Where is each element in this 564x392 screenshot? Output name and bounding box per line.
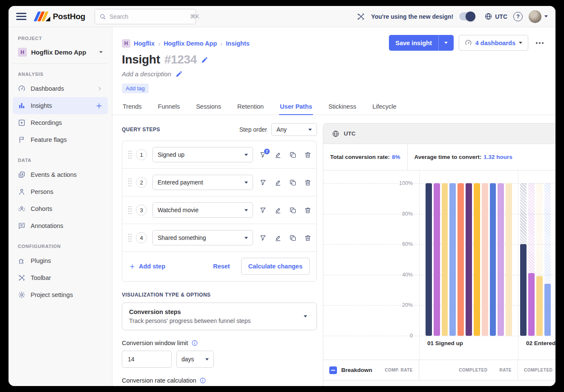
add-tag-button[interactable]: Add tag — [122, 84, 149, 93]
reset-button[interactable]: Reset — [213, 263, 230, 270]
step-order-select[interactable]: Any — [271, 123, 317, 136]
sidebar-item-persons[interactable]: Persons — [13, 183, 108, 200]
delete-step-icon[interactable] — [304, 179, 311, 186]
funnel-bar[interactable] — [498, 183, 504, 336]
breakdown-table-header: Breakdown COMP. RATE COMPLETED RATE COMP… — [323, 360, 555, 380]
delete-step-icon[interactable] — [304, 151, 311, 159]
delete-step-icon[interactable] — [304, 207, 311, 214]
new-design-toggle[interactable] — [459, 12, 475, 20]
funnel-bar[interactable] — [528, 183, 535, 336]
sidebar-item-label: Toolbar — [31, 274, 103, 281]
sidebar-item-dashboards[interactable]: Dashboards — [13, 80, 108, 97]
funnel-bar-fill — [458, 183, 464, 336]
step-event-select[interactable]: Shared something — [153, 230, 253, 245]
gauge-icon — [18, 85, 26, 92]
funnel-bar[interactable] — [544, 183, 551, 336]
funnel-bar[interactable] — [520, 183, 527, 336]
funnel-bar[interactable] — [434, 183, 440, 336]
total-conversion-value[interactable]: 8% — [392, 154, 400, 160]
funnel-bar[interactable] — [442, 183, 448, 336]
info-icon[interactable] — [191, 340, 198, 346]
drag-handle-icon[interactable] — [127, 178, 132, 187]
duplicate-step-icon[interactable] — [289, 179, 296, 186]
funnel-filter-icon[interactable] — [259, 207, 267, 214]
drag-handle-icon[interactable] — [127, 205, 132, 215]
tab-lifecycle[interactable]: Lifecycle — [371, 100, 397, 115]
funnel-bar[interactable] — [490, 183, 496, 336]
duplicate-step-icon[interactable] — [289, 234, 296, 242]
edit-step-icon[interactable] — [274, 207, 282, 214]
breadcrumb-link-insights[interactable]: Insights — [226, 40, 250, 47]
add-step-button[interactable]: Add step — [129, 263, 165, 270]
funnel-bar[interactable] — [426, 183, 432, 336]
timezone-label: UTC — [495, 13, 507, 20]
timezone-button[interactable]: UTC — [484, 12, 507, 20]
sidebar-item-cohorts[interactable]: Cohorts — [13, 200, 108, 217]
tab-trends[interactable]: Trends — [122, 100, 143, 115]
tab-retention[interactable]: Retention — [236, 100, 265, 115]
funnel-bar[interactable] — [449, 183, 456, 336]
step-event-select[interactable]: Watched movie — [153, 202, 253, 218]
sidebar-item-events[interactable]: Events & actions — [13, 166, 108, 183]
globe-icon — [484, 12, 492, 20]
dashboards-caret-icon — [519, 42, 522, 44]
more-options-button[interactable] — [533, 40, 546, 46]
step-event-select[interactable]: Entered payment — [153, 175, 253, 190]
user-menu-caret-icon[interactable] — [544, 15, 548, 17]
funnel-bar[interactable] — [506, 183, 512, 336]
user-avatar[interactable] — [529, 10, 541, 23]
conversion-window-input[interactable] — [122, 351, 172, 368]
funnel-bar[interactable] — [474, 183, 480, 336]
tab-user-paths[interactable]: User Paths — [279, 100, 313, 115]
filter-button[interactable]: 2 — [259, 151, 267, 159]
tab-funnels[interactable]: Funnels — [157, 100, 181, 115]
edit-step-icon[interactable] — [274, 234, 282, 242]
sidebar-item-insights[interactable]: Insights — [13, 97, 108, 114]
funnel-bar[interactable] — [466, 183, 472, 336]
dashboards-button[interactable]: 4 dashboards — [459, 35, 528, 51]
sidebar-item-plugins[interactable]: Plugins — [13, 252, 108, 269]
project-switcher[interactable]: H Hogflix Demo App — [13, 44, 108, 63]
funnel-bar-fill — [544, 284, 551, 336]
breakdown-select-all-checkbox[interactable] — [329, 366, 337, 374]
global-search[interactable]: ⌘K — [95, 9, 196, 24]
drag-handle-icon[interactable] — [127, 150, 132, 159]
breadcrumb-link-org[interactable]: Hogflix — [134, 40, 155, 47]
edit-title-pencil-icon[interactable] — [201, 56, 208, 63]
duplicate-step-icon[interactable] — [289, 151, 296, 159]
breadcrumb-link-project[interactable]: Hogflix Demo App — [164, 40, 217, 47]
gridline — [323, 336, 555, 336]
sidebar-item-toolbar[interactable]: Toolbar — [13, 269, 108, 286]
drag-handle-icon[interactable] — [127, 233, 132, 242]
posthog-logo[interactable]: PostHog — [35, 12, 85, 21]
funnel-filter-icon[interactable] — [259, 234, 267, 242]
funnel-bar[interactable] — [482, 183, 488, 336]
save-insight-button[interactable]: Save insight — [389, 35, 453, 51]
calculate-changes-button[interactable]: Calculate changes — [241, 258, 310, 275]
sidebar-item-project-settings[interactable]: Project settings — [13, 286, 108, 303]
funnel-filter-icon[interactable] — [259, 179, 267, 186]
duplicate-step-icon[interactable] — [289, 207, 296, 214]
tab-stickiness[interactable]: Stickiness — [328, 100, 357, 115]
new-insight-plus-icon[interactable] — [95, 102, 103, 110]
visualization-type-select[interactable]: Conversion steps Track persons' progress… — [122, 303, 317, 330]
edit-step-icon[interactable] — [274, 151, 282, 159]
funnel-bar[interactable] — [536, 183, 543, 336]
sidebar-item-annotations[interactable]: Annotations — [13, 217, 108, 234]
funnel-bar-fill — [426, 183, 432, 336]
step-event-select[interactable]: Signed up — [153, 147, 253, 162]
avg-time-value[interactable]: 1.32 hours — [483, 154, 512, 160]
save-insight-dropdown[interactable] — [438, 35, 454, 51]
edit-step-icon[interactable] — [274, 179, 282, 186]
hamburger-menu-icon[interactable] — [16, 13, 26, 20]
edit-description-pencil-icon[interactable] — [176, 70, 183, 78]
search-input[interactable] — [109, 13, 187, 20]
sidebar-item-recordings[interactable]: Recordings — [13, 114, 108, 131]
tab-sessions[interactable]: Sessions — [195, 100, 222, 115]
conversion-window-unit-select[interactable]: days — [176, 351, 214, 368]
delete-step-icon[interactable] — [304, 234, 311, 242]
funnel-bar[interactable] — [458, 183, 464, 336]
sidebar-item-feature-flags[interactable]: Feature flags — [13, 131, 108, 148]
info-icon[interactable] — [199, 377, 206, 384]
help-button[interactable]: ? — [513, 12, 523, 21]
